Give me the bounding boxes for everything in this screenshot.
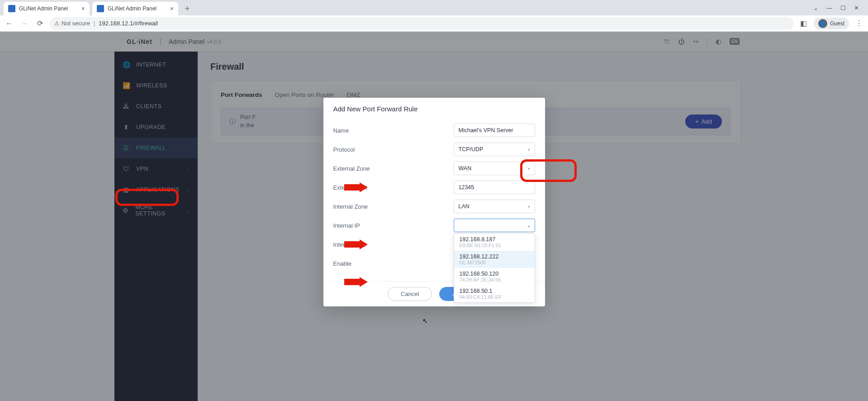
ip-option[interactable]: 192.168.8.187 E0:BE:03:28:F1:61 <box>454 234 535 251</box>
chevron-up-icon: ▴ <box>528 223 530 228</box>
int-ip-select[interactable]: ▴ <box>454 219 535 232</box>
favicon <box>8 5 15 12</box>
ip-option[interactable]: 192.168.50.120 74:29:AF:2E:24:56 <box>454 268 535 285</box>
protocol-label: Protocol <box>333 146 454 153</box>
enable-label: Enable <box>333 260 454 267</box>
row-int-zone: Internal Zone LAN ▾ <box>333 197 535 216</box>
ext-zone-label: External Zone <box>333 165 454 172</box>
close-icon[interactable]: × <box>170 5 174 12</box>
minimize-icon[interactable]: — <box>826 5 832 11</box>
close-window-icon[interactable]: ✕ <box>854 5 859 11</box>
address-separator: | <box>94 20 95 27</box>
chevron-down-icon[interactable]: ⌄ <box>813 5 818 11</box>
viewport: GL·iNet | Admin Panel v4.0.3 ?⃝ ⏻ ↪ ◐ EN… <box>0 32 868 401</box>
ip-option-mac: GL-MT2500 <box>460 260 529 265</box>
tab-title: GLiNet Admin Panel <box>108 5 166 12</box>
chevron-down-icon: ▾ <box>528 147 530 152</box>
ip-option-address: 192.168.8.187 <box>460 236 529 243</box>
ip-option[interactable]: 192.168.50.1 94:83:C4:11:6E:EF <box>454 285 535 302</box>
ext-port-label: External Port <box>333 184 454 191</box>
window-controls: ⌄ — ☐ ✕ <box>813 5 864 11</box>
browser-chrome: GLiNet Admin Panel × GLiNet Admin Panel … <box>0 0 868 32</box>
maximize-icon[interactable]: ☐ <box>840 5 846 11</box>
address-bar[interactable]: ⚠ Not secure | 192.168.12.1/#/firewall <box>50 17 794 30</box>
tab-strip: GLiNet Admin Panel × GLiNet Admin Panel … <box>0 0 868 15</box>
not-secure-warning[interactable]: ⚠ Not secure <box>54 20 90 27</box>
avatar-icon: 👤 <box>818 19 827 28</box>
name-input[interactable] <box>454 124 535 137</box>
ext-port-input[interactable] <box>454 181 535 194</box>
name-label: Name <box>333 127 454 134</box>
ip-option-mac: E0:BE:03:28:F1:61 <box>460 243 529 248</box>
reload-icon[interactable]: ⟳ <box>34 19 45 28</box>
int-zone-select[interactable]: LAN ▾ <box>454 200 535 213</box>
ip-option[interactable]: 192.168.12.222 GL-MT2500 <box>454 251 535 268</box>
ip-option-address: 192.168.12.222 <box>460 253 529 260</box>
favicon <box>97 5 104 12</box>
int-ip-label: Internal IP <box>333 222 454 229</box>
close-icon[interactable]: × <box>81 5 85 12</box>
int-zone-label: Internal Zone <box>333 203 454 210</box>
row-name: Name <box>333 121 535 140</box>
modal-overlay: Add New Port Forward Rule Name Protocol … <box>0 32 868 401</box>
back-icon[interactable]: ← <box>4 19 14 28</box>
ext-zone-select[interactable]: WAN ▾ <box>454 162 535 175</box>
ip-option-mac: 94:83:C4:11:6E:EF <box>460 294 529 300</box>
cancel-button[interactable]: Cancel <box>388 287 432 301</box>
panel-icon[interactable]: ◧ <box>798 19 809 28</box>
int-port-label: Internal Port <box>333 241 454 248</box>
ip-option-mac: 74:29:AF:2E:24:56 <box>460 277 529 282</box>
tab-title: GLiNet Admin Panel <box>19 5 78 12</box>
address-bar-row: ← → ⟳ ⚠ Not secure | 192.168.12.1/#/fire… <box>0 15 868 32</box>
forward-icon[interactable]: → <box>19 19 30 28</box>
protocol-select[interactable]: TCP/UDP ▾ <box>454 143 535 156</box>
warning-icon: ⚠ <box>54 20 60 27</box>
row-ext-zone: External Zone WAN ▾ <box>333 159 535 178</box>
port-forward-modal: Add New Port Forward Rule Name Protocol … <box>323 98 545 306</box>
ip-option-address: 192.168.50.120 <box>460 271 529 277</box>
profile-button[interactable]: 👤 Guest <box>814 18 849 29</box>
browser-tab[interactable]: GLiNet Admin Panel × <box>92 2 178 15</box>
row-ext-port: External Port <box>333 178 535 197</box>
kebab-menu-icon[interactable]: ⋮ <box>854 19 864 28</box>
chevron-down-icon: ▾ <box>528 166 530 171</box>
browser-tab[interactable]: GLiNet Admin Panel × <box>4 2 90 15</box>
row-int-ip: Internal IP ▴ 192.168.8.187 E0:BE:03:28:… <box>333 216 535 235</box>
url-text: 192.168.12.1/#/firewall <box>99 20 158 27</box>
ip-option-address: 192.168.50.1 <box>460 288 529 294</box>
modal-title: Add New Port Forward Rule <box>323 98 545 116</box>
chevron-down-icon: ▾ <box>528 204 530 209</box>
int-ip-dropdown: 192.168.8.187 E0:BE:03:28:F1:61192.168.1… <box>454 233 535 303</box>
modal-body: Name Protocol TCP/UDP ▾ External Zone <box>323 116 545 281</box>
new-tab-button[interactable]: + <box>181 2 194 15</box>
row-protocol: Protocol TCP/UDP ▾ <box>333 140 535 159</box>
